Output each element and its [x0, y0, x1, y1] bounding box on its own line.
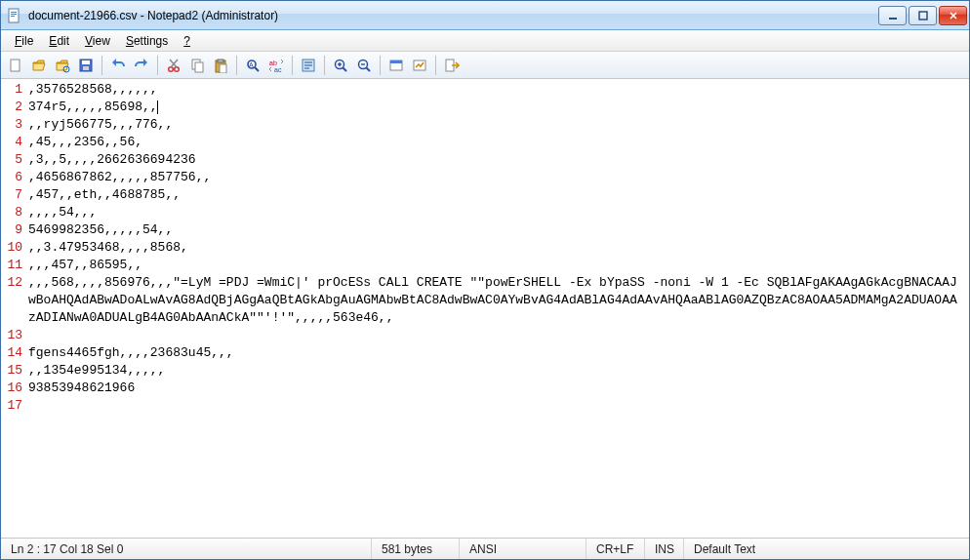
svg-rect-18: [195, 62, 203, 72]
toolbar-separator: [157, 56, 158, 75]
line-text[interactable]: 374r5,,,,,85698,,: [28, 99, 963, 116]
app-icon: [7, 8, 22, 23]
code-line[interactable]: 95469982356,,,,,54,,: [3, 221, 963, 239]
line-number: 13: [3, 327, 28, 344]
replace-icon[interactable]: abac: [265, 55, 287, 76]
status-bytes: 581 bytes: [372, 539, 460, 559]
code-line[interactable]: 15,,1354e995134,,,,,: [3, 362, 963, 380]
status-position: Ln 2 : 17 Col 18 Sel 0: [1, 539, 372, 559]
svg-text:ac: ac: [274, 66, 282, 73]
cut-icon[interactable]: [163, 55, 184, 76]
code-line[interactable]: 4,45,,,2356,,56,: [3, 134, 963, 151]
svg-rect-12: [83, 66, 89, 70]
line-text[interactable]: 93853948621966: [28, 380, 963, 397]
line-text[interactable]: ,45,,,2356,,56,: [28, 134, 963, 151]
code-line[interactable]: 13: [3, 327, 963, 344]
menubar: File Edit View Settings ?: [1, 30, 969, 52]
close-button[interactable]: [939, 6, 967, 25]
copy-icon[interactable]: [186, 55, 208, 76]
svg-rect-5: [919, 12, 927, 20]
minimize-button[interactable]: [878, 6, 907, 25]
svg-rect-11: [82, 60, 90, 64]
code-line[interactable]: 17: [3, 397, 963, 415]
line-number: 2: [3, 99, 28, 116]
menu-view[interactable]: View: [77, 32, 118, 50]
code-line[interactable]: 2374r5,,,,,85698,,: [3, 99, 963, 116]
line-text[interactable]: ,,1354e995134,,,,,: [28, 362, 963, 380]
line-text[interactable]: ,3576528568,,,,,,: [28, 81, 963, 99]
line-text[interactable]: ,457,,eth,,4688785,,: [28, 186, 963, 204]
svg-text:ab: ab: [269, 60, 277, 66]
line-number: 14: [3, 344, 28, 362]
svg-line-23: [255, 67, 259, 71]
line-text[interactable]: ,,,,54,,,: [28, 204, 963, 221]
line-number: 5: [3, 151, 28, 169]
toolbar: Aabac: [1, 52, 969, 79]
status-eol: CR+LF: [586, 539, 645, 559]
paste-icon[interactable]: [210, 55, 231, 76]
app-window: document-21966.csv - Notepad2 (Administr…: [0, 0, 970, 560]
line-number: 3: [3, 116, 28, 134]
svg-rect-2: [11, 14, 17, 15]
editor[interactable]: 1,3576528568,,,,,,2374r5,,,,,85698,,3,,r…: [1, 79, 969, 538]
wordwrap-icon[interactable]: [298, 55, 319, 76]
line-number: 12: [3, 274, 28, 292]
svg-point-13: [169, 66, 174, 71]
menu-file[interactable]: File: [7, 32, 41, 50]
browse-icon[interactable]: [52, 55, 73, 76]
code-line[interactable]: 11,,,457,,86595,,: [3, 257, 963, 274]
line-number: 6: [3, 169, 28, 186]
line-number: 8: [3, 204, 28, 221]
code-line[interactable]: 1693853948621966: [3, 380, 963, 397]
code-line[interactable]: 5,3,,5,,,,2662636694236: [3, 151, 963, 169]
line-text[interactable]: ,,ryj566775,,,776,,: [28, 116, 963, 134]
line-text[interactable]: ,,3.47953468,,,,8568,: [28, 239, 963, 257]
line-number: 7: [3, 186, 28, 204]
menu-edit[interactable]: Edit: [41, 32, 77, 50]
svg-line-15: [171, 60, 178, 67]
redo-icon[interactable]: [131, 55, 152, 76]
scheme-icon[interactable]: [385, 55, 407, 76]
code-line[interactable]: 3,,ryj566775,,,776,,: [3, 116, 963, 134]
code-line[interactable]: 12,,,568,,,,856976,,,"=LyM =PDJ =WmiC|' …: [3, 274, 963, 327]
find-icon[interactable]: A: [242, 55, 263, 76]
menu-help[interactable]: ?: [176, 32, 198, 50]
code-line[interactable]: 14fgens4465fgh,,,,23683u45,,,: [3, 344, 963, 362]
code-line[interactable]: 6,4656867862,,,,,857756,,: [3, 169, 963, 186]
line-number: 15: [3, 362, 28, 380]
line-number: 11: [3, 257, 28, 274]
code-line[interactable]: 7,457,,eth,,4688785,,: [3, 186, 963, 204]
svg-rect-39: [390, 60, 402, 63]
toolbar-separator: [101, 56, 102, 75]
line-text[interactable]: ,4656867862,,,,,857756,,: [28, 169, 963, 186]
zoom-out-icon[interactable]: [353, 55, 375, 76]
svg-rect-3: [11, 16, 15, 17]
line-text[interactable]: ,,,457,,86595,,: [28, 257, 963, 274]
zoom-in-icon[interactable]: [330, 55, 351, 76]
new-icon[interactable]: [5, 55, 26, 76]
exit-icon[interactable]: [441, 55, 463, 76]
line-number: 17: [3, 397, 28, 415]
svg-line-32: [344, 67, 347, 71]
line-text[interactable]: ,3,,5,,,,2662636694236: [28, 151, 963, 169]
line-text[interactable]: fgens4465fgh,,,,23683u45,,,: [28, 344, 963, 362]
statusbar: Ln 2 : 17 Col 18 Sel 0 581 bytes ANSI CR…: [1, 538, 969, 559]
line-number: 9: [3, 221, 28, 239]
svg-line-16: [170, 60, 177, 67]
code-line[interactable]: 1,3576528568,,,,,,: [3, 81, 963, 99]
undo-icon[interactable]: [107, 55, 129, 76]
svg-point-14: [175, 66, 180, 71]
titlebar[interactable]: document-21966.csv - Notepad2 (Administr…: [1, 1, 969, 30]
menu-settings[interactable]: Settings: [118, 32, 176, 50]
toolbar-separator: [236, 56, 237, 75]
line-text[interactable]: ,,,568,,,,856976,,,"=LyM =PDJ =WmiC|' pr…: [28, 274, 963, 327]
maximize-button[interactable]: [909, 6, 937, 25]
status-lexer: Default Text: [684, 539, 969, 559]
svg-rect-21: [220, 64, 226, 73]
code-line[interactable]: 8,,,,54,,,: [3, 204, 963, 221]
open-icon[interactable]: [28, 55, 50, 76]
line-text[interactable]: 5469982356,,,,,54,,: [28, 221, 963, 239]
code-line[interactable]: 10,,3.47953468,,,,8568,: [3, 239, 963, 257]
customize-icon[interactable]: [409, 55, 430, 76]
save-icon[interactable]: [75, 55, 97, 76]
